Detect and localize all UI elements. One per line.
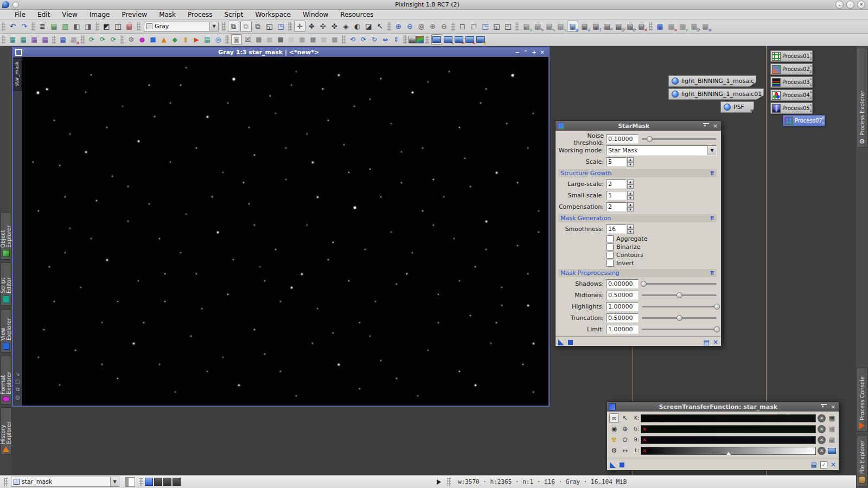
close-button[interactable]: ✕ <box>540 49 545 55</box>
minimize-button[interactable]: − <box>515 49 519 55</box>
view-fetch-icon[interactable]: ▤↑ <box>591 21 601 31</box>
thumbnail-1-icon[interactable]: ■ <box>254 35 264 44</box>
dock-tab-process-console[interactable]: Process Console <box>857 368 867 432</box>
toolbar-handle[interactable] <box>425 35 429 44</box>
preview-goto-icon[interactable]: ◳ <box>480 21 490 31</box>
param-input[interactable]: 0.00000 <box>606 279 639 288</box>
zoom-track-icon[interactable]: ◉ <box>609 424 619 434</box>
process-icons-load-icon[interactable]: ▦ <box>40 35 50 44</box>
flip-horizontal-icon[interactable]: ⇔ <box>380 35 390 44</box>
auto-stretch-icon[interactable]: ☢ <box>609 435 619 445</box>
slider-knob[interactable] <box>647 136 653 142</box>
toolbar-handle[interactable] <box>451 22 455 31</box>
duplicate-view-icon[interactable]: ⧉ <box>15 386 20 393</box>
stf-histogram-bar-g[interactable]: ✕ <box>641 425 816 433</box>
black-grid-icon[interactable]: ▦ <box>827 414 837 422</box>
stf-enable-icon[interactable] <box>431 34 442 45</box>
toolbar-handle[interactable] <box>222 22 226 31</box>
collapse-section-icon[interactable]: ⇈ <box>710 270 714 276</box>
dock-tab-object-explorer[interactable]: Object Explorer <box>1 212 11 260</box>
statusbar-handle[interactable] <box>139 478 143 486</box>
param-input[interactable]: 5 <box>606 157 627 166</box>
rotate-90ccw-icon[interactable]: ⟲ <box>348 35 358 44</box>
rgb-gradient-swatch[interactable] <box>416 36 424 43</box>
process-icons-dup-icon[interactable]: ▦ <box>18 35 28 44</box>
view-undo-icon[interactable]: ▤↶ <box>602 21 612 31</box>
maximize-button[interactable]: + <box>532 49 536 55</box>
view-label-psf[interactable]: PSFN <box>720 101 754 113</box>
preview-from-selection-icon[interactable]: ◻ <box>469 21 479 31</box>
param-input[interactable]: 2 <box>606 179 627 189</box>
preview-bounds-icon[interactable]: ◰ <box>503 21 513 31</box>
arrow-cursor-icon[interactable]: ↖ <box>375 21 385 31</box>
screen-stretch-button[interactable] <box>827 446 837 455</box>
zoom-in-icon[interactable]: ⊕ <box>393 21 404 31</box>
view-curve-icon[interactable]: ▤∿ <box>544 21 554 31</box>
stf-histogram-bar-k[interactable] <box>641 414 816 422</box>
dock-tab-script-editor[interactable]: Script Editor <box>1 262 11 306</box>
section-mask-generation[interactable]: Mask Generation⇈ <box>558 214 717 222</box>
reset-params-icon[interactable]: ✕ <box>831 461 836 468</box>
stf-disable-icon[interactable]: ✕ <box>454 35 464 44</box>
browse-views-icon[interactable]: ▤⊕ <box>567 21 578 32</box>
toolbar-handle[interactable] <box>52 35 56 44</box>
zoom-out-icon[interactable]: ⊖ <box>405 21 415 31</box>
menu-file[interactable]: File <box>9 10 31 19</box>
toggle-explorer-panel-button[interactable] <box>125 477 135 487</box>
toolbar-handle[interactable] <box>387 22 391 31</box>
resources-icon[interactable]: ◎ <box>213 35 223 44</box>
view-tab-star-mask[interactable]: star_mask <box>14 58 22 91</box>
process-icon-process05[interactable]: Process05ND <box>770 102 813 114</box>
color-profile-icon[interactable]: ▤ <box>124 21 135 31</box>
slider-knob[interactable] <box>714 326 720 332</box>
thumbnail-4-icon[interactable]: ■ <box>286 35 296 44</box>
new-instance-icon[interactable] <box>558 339 564 345</box>
cascade-windows-icon[interactable]: ⧉ <box>253 21 263 31</box>
readout-mode-icon[interactable]: ◐ <box>352 21 362 31</box>
toolbar-handle[interactable] <box>120 35 124 44</box>
tile-windows-icon[interactable]: ◱ <box>264 21 275 31</box>
thumbnail-7-icon[interactable]: ■ <box>319 35 329 44</box>
stf-edit-icon[interactable]: ↖ <box>443 35 453 44</box>
dock-tab-format-explorer[interactable]: Format Explorer <box>1 356 11 404</box>
stf-histogram-bar-b[interactable]: ✕ <box>641 436 816 444</box>
section-structure-growth[interactable]: Structure Growth⇈ <box>558 169 717 177</box>
dock-tab-history-explorer[interactable]: History Explorer <box>1 407 11 455</box>
workspace-1-button[interactable] <box>145 478 153 486</box>
param-slider[interactable] <box>642 303 717 311</box>
menu-resources[interactable]: Resources <box>334 10 379 19</box>
new-instance-icon[interactable] <box>610 462 616 468</box>
split-display-icon[interactable]: ◫ <box>113 21 123 31</box>
slider-knob[interactable] <box>641 281 647 287</box>
edit-identifier-icon[interactable]: ≣ <box>37 21 48 31</box>
colorspace-combo[interactable]: Gray▼ <box>144 22 219 31</box>
spinner-buttons[interactable]: ▲▼ <box>627 202 634 211</box>
toolbar-handle[interactable] <box>2 35 5 44</box>
menu-window[interactable]: Window <box>297 10 334 19</box>
object-explorer-icon[interactable]: ◆ <box>170 35 180 44</box>
app-menu-icon[interactable] <box>12 2 19 8</box>
process-icon-process04[interactable]: Process04ND <box>770 89 813 101</box>
menu-mask[interactable]: Mask <box>153 10 182 19</box>
zoom-out-icon[interactable]: ⊖ <box>620 435 630 445</box>
flip-vertical-icon[interactable]: ⇕ <box>391 35 401 44</box>
process-icon-process07[interactable]: Process07ND <box>783 115 825 126</box>
window-restore-button[interactable]: ◦ <box>846 1 854 9</box>
stf-auto-icon[interactable]: ☢ <box>476 35 486 44</box>
param-slider[interactable] <box>642 291 717 299</box>
reload-views-icon[interactable]: ⟳ <box>87 35 97 44</box>
pan-horizontal-icon[interactable]: ↔ <box>620 446 630 455</box>
stf-reset-icon[interactable]: ✕ <box>465 35 475 44</box>
thumbnail-3-icon[interactable]: ■ <box>276 35 285 44</box>
image-window-titlebar[interactable]: Gray 1:3 star_mask | <*new*> −⌃+✕ <box>13 48 548 57</box>
process-icon-process03[interactable]: Process03ND <box>770 76 813 88</box>
view-explorer-icon[interactable]: ■ <box>148 35 158 44</box>
image-canvas[interactable] <box>22 57 548 406</box>
format-explorer-icon[interactable]: ● <box>137 35 147 44</box>
process-icon-process02[interactable]: Process02ND <box>770 63 813 75</box>
invert-display-icon[interactable]: ◩ <box>101 21 112 31</box>
script-editor-icon[interactable]: ▤ <box>202 35 212 44</box>
view-delete-icon[interactable]: ▤✕ <box>636 21 647 31</box>
select-mode-icon[interactable]: ◪ <box>363 21 374 31</box>
view-selector-combo[interactable]: star_mask ▼ <box>11 477 119 487</box>
